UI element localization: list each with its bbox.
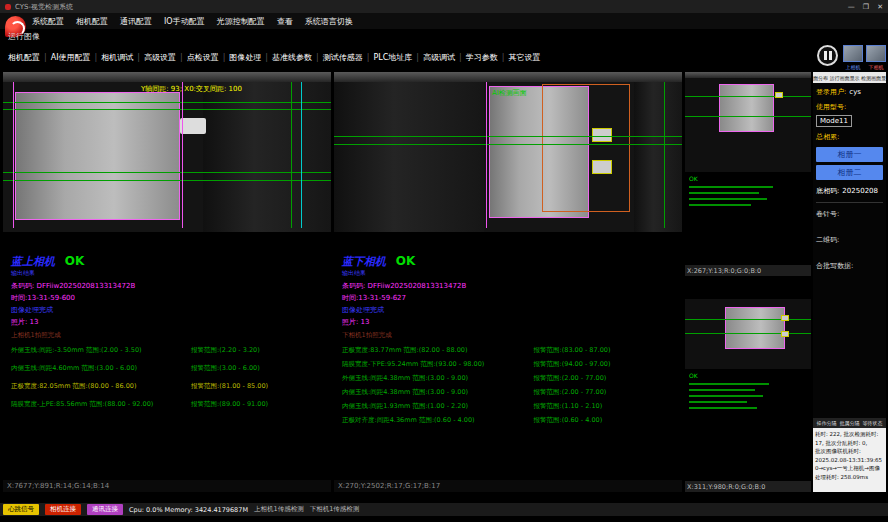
comm-connection-badge: 通讯连接 — [87, 504, 123, 515]
lower-camera-preview[interactable]: OK X:311;Y:980;R:0;G:0;B:0 — [685, 279, 811, 492]
measurement-text: 正极宽度:82.05mm 范围:(80.00 - 86.00) — [11, 382, 191, 391]
heartbeat-status-badge: 心跳信号 — [3, 504, 39, 515]
machine-top-strip — [3, 72, 331, 82]
alarm-range-text: 报警范围:(81.00 - 85.00) — [191, 382, 327, 391]
right-result-block: 蓝下相机 OK 输出结果 条码码: DFFiiw2025020813313472… — [342, 254, 678, 430]
upper-camera-preview[interactable]: OK X:267;Y:13;R:0;G:0;B:0 — [685, 72, 811, 276]
window-title: CYS-视觉检测系统 — [15, 2, 73, 12]
album-button-1[interactable]: 相册一 — [816, 147, 883, 162]
measurement-row: 内侧玉线:间距1.93mm 范围:(1.00 - 2.20) 报警范围:(1.1… — [342, 402, 678, 411]
machine-top-strip — [685, 72, 811, 78]
roll-needle-label: 卷针号: — [816, 209, 883, 219]
measurement-text: 内侧玉线:间距4.60mm 范围:(3.00 - 6.00) — [11, 364, 191, 373]
left-photo-count: 照片: 13 — [11, 317, 327, 327]
stats-line: 处理耗时: 258.09ms — [815, 473, 884, 482]
measurement-row: 隔膜宽度-上PE:85.56mm 范围:(88.00 - 92.00) 报警范围… — [11, 400, 327, 409]
ai-view-overlay-label: AI检测画面 — [492, 88, 527, 98]
right-result-title: 蓝下相机 — [342, 255, 386, 268]
measurement-text: 正极宽度:83.77mm 范围:(82.00 - 88.00) — [342, 346, 534, 355]
feature-spot-overlay — [781, 315, 789, 321]
close-button[interactable]: ✕ — [877, 3, 883, 11]
machine-body — [634, 82, 682, 232]
toolbar-other-settings[interactable]: 其它设置 — [508, 52, 540, 63]
upper-preview-image — [685, 72, 811, 172]
toolbar-advanced-debug[interactable]: 高级调试 — [423, 52, 466, 63]
model-label: 使用型号: — [816, 102, 846, 112]
menu-item-light-control-config[interactable]: 光源控制配置 — [217, 16, 265, 27]
login-user-label: 登录用户: — [816, 87, 846, 97]
stats-line: 17, 批次分乱耗时: 0, — [815, 439, 884, 448]
minimize-button[interactable]: — — [848, 3, 855, 11]
menu-item-camera-config[interactable]: 相机配置 — [76, 16, 108, 27]
left-result-block: 蓝上相机 OK 输出结果 条码码: DFFiiw2025020813313472… — [11, 254, 327, 418]
measurement-row: 正极宽度:82.05mm 范围:(80.00 - 86.00) 报警范围:(81… — [11, 382, 327, 391]
right-camera-image[interactable]: AI检测画面 — [334, 72, 682, 232]
toolbar-test-sensor[interactable]: 测试传感器 — [323, 52, 374, 63]
menu-item-io-manual-config[interactable]: IO手动配置 — [164, 16, 205, 27]
alarm-range-text: 报警范围:(3.00 - 6.00) — [191, 364, 327, 373]
left-camera-image[interactable]: Y轴间距: 93; X0:交叉间距: 100 — [3, 72, 331, 232]
edge-line-green — [664, 82, 665, 228]
left-note-text: 上相机1拍照完成 — [11, 331, 327, 340]
menu-item-view[interactable]: 查看 — [277, 16, 293, 27]
toolbar-image-processing[interactable]: 图像处理 — [229, 52, 272, 63]
right-time-text: 时间:13-31-59-627 — [342, 293, 678, 303]
menu-item-language-switch[interactable]: 系统语言切换 — [305, 16, 353, 27]
tab-row: 运行图像 — [0, 29, 888, 43]
stats-tab-1[interactable]: 操作分隔 — [817, 420, 837, 426]
alarm-range-text: 报警范围:(0.60 - 4.00) — [534, 416, 678, 425]
measure-line — [3, 102, 331, 103]
upper-camera-snapshot-button[interactable] — [843, 45, 863, 62]
toolbar-spot-check[interactable]: 点检设置 — [187, 52, 230, 63]
alarm-range-text: 报警范围:(89.00 - 91.00) — [191, 400, 327, 409]
toolbar-camera-config[interactable]: 相机配置 — [8, 52, 51, 63]
album-button-2[interactable]: 相册二 — [816, 165, 883, 180]
measure-line — [3, 172, 331, 173]
spacing-overlay-label: Y轴间距: 93; X0:交叉间距: 100 — [141, 84, 242, 94]
pause-button[interactable] — [817, 45, 838, 66]
right-note-text: 下相机1拍照完成 — [342, 331, 678, 340]
preview-ok-text: OK — [689, 372, 811, 379]
machine-body — [334, 82, 484, 232]
measure-line — [685, 333, 811, 334]
measure-line — [685, 96, 811, 97]
menu-item-comm-config[interactable]: 通讯配置 — [120, 16, 152, 27]
stats-line: 2025.02.08-13:31:39:65 — [815, 456, 884, 465]
toolbar-learn-params[interactable]: 学习参数 — [466, 52, 509, 63]
alarm-range-text: 报警范围:(2.20 - 3.20) — [191, 346, 327, 355]
divider — [816, 202, 883, 203]
edge-line-magenta — [13, 82, 14, 228]
product-region-overlay — [15, 92, 180, 220]
camera-connection-badge: 相机连接 — [45, 504, 81, 515]
stats-tab-3[interactable]: 等待状态 — [863, 420, 883, 426]
left-result-subtitle: 输出结果 — [11, 269, 327, 278]
measurement-text: 隔膜宽度-上PE:85.56mm 范围:(88.00 - 92.00) — [11, 400, 191, 409]
toolbar-advanced-settings[interactable]: 高级设置 — [144, 52, 187, 63]
toolbar-ai-config[interactable]: AI使用配置 — [51, 52, 102, 63]
toolbar-plc-address[interactable]: PLC地址库 — [373, 52, 423, 63]
machine-body — [203, 82, 331, 232]
title-bar: CYS-视觉检测系统 — ❐ ✕ — [0, 0, 888, 13]
alarm-range-text: 报警范围:(2.00 - 77.00) — [534, 388, 678, 397]
stats-tab-2[interactable]: 批属分隔 — [840, 420, 860, 426]
menu-item-system-config[interactable]: 系统配置 — [32, 16, 64, 27]
alarm-range-text: 报警范围:(1.10 - 2.10) — [534, 402, 678, 411]
toolbar-camera-debug[interactable]: 相机调试 — [101, 52, 144, 63]
edge-line-magenta — [486, 82, 487, 228]
measurement-text: 隔膜宽度-下PE:95.24mm 范围:(93.00 - 98.00) — [342, 360, 534, 369]
maximize-button[interactable]: ❐ — [863, 3, 869, 11]
upper-sensor-status-text: 上相机1传感检测 — [254, 505, 304, 514]
lower-camera-snapshot-button[interactable] — [866, 45, 886, 62]
left-camera-panel: Y轴间距: 93; X0:交叉间距: 100 蓝上相机 OK 输出结果 条码码:… — [3, 72, 331, 492]
left-pixel-coordinates: X:7677;Y:891;R:14;G:14;B:14 — [3, 480, 331, 492]
right-result-ok-badge: OK — [396, 254, 416, 268]
menu-bar: 系统配置 相机配置 通讯配置 IO手动配置 光源控制配置 查看 系统语言切换 — [0, 13, 888, 29]
tab-run-image[interactable]: 运行图像 — [8, 31, 40, 42]
measurement-row: 隔膜宽度-下PE:95.24mm 范围:(93.00 - 98.00) 报警范围… — [342, 360, 678, 369]
product-region-overlay — [719, 84, 774, 132]
feature-spot-overlay — [592, 128, 612, 142]
toolbar-baseline-params[interactable]: 基准线参数 — [272, 52, 323, 63]
app-window: CYS-视觉检测系统 — ❐ ✕ 系统配置 相机配置 通讯配置 IO手动配置 光… — [0, 0, 888, 522]
base-code-label: 底相码: — [816, 186, 839, 196]
right-pixel-coordinates: X:270;Y:2502;R:17;G:17;B:17 — [334, 480, 682, 492]
